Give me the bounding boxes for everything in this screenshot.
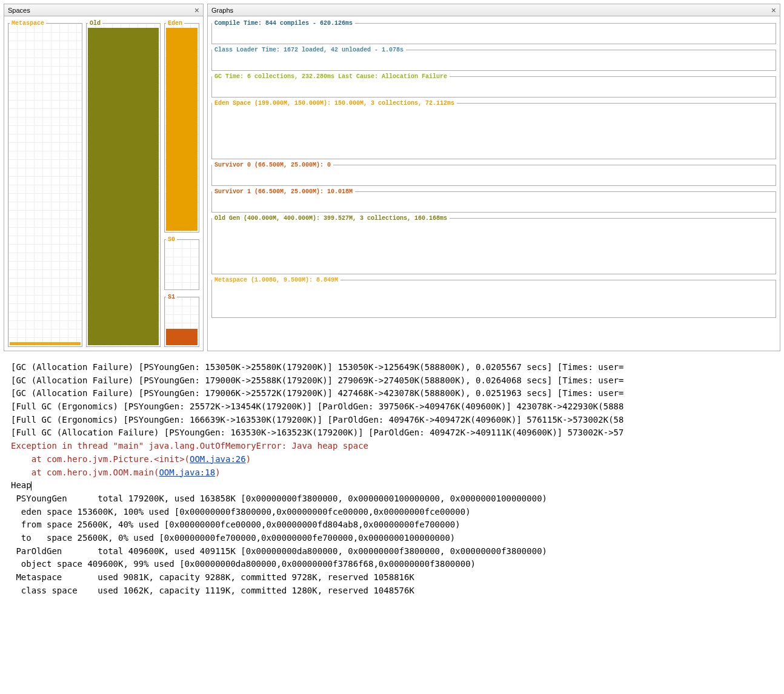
graphs-body: Compile Time: 844 compiles - 620.126msCl… (208, 16, 780, 322)
stacktrace-link[interactable]: OOM.java:18 (159, 468, 215, 477)
graph-metaspace: Metaspace (1.008G, 9.500M): 8.849M (211, 277, 776, 318)
graph-label-s1: Survivor 1 (66.500M, 25.000M): 10.018M (212, 188, 355, 195)
s1-box: S1 (164, 294, 199, 347)
s1-legend: S1 (166, 294, 177, 300)
console-output: [GC (Allocation Failure) [PSYoungGen: 15… (0, 355, 784, 603)
close-icon[interactable]: × (771, 5, 776, 15)
graph-gctime: GC Time: 6 collections, 232.280ms Last C… (211, 73, 776, 97)
s1-fill (166, 329, 198, 345)
graph-label-classloader: Class Loader Time: 1672 loaded, 42 unloa… (212, 47, 406, 53)
graph-label-oldgen: Old Gen (400.000M, 400.000M): 399.527M, … (212, 215, 450, 222)
graphs-title: Graphs (211, 7, 233, 14)
old-legend: Old (88, 20, 102, 27)
s0-legend: S0 (166, 236, 177, 243)
graph-classloader: Class Loader Time: 1672 loaded, 42 unloa… (211, 47, 776, 71)
graph-s0: Survivor 0 (66.500M, 25.000M): 0 (211, 162, 776, 186)
graphs-panel: Graphs × Compile Time: 844 compiles - 62… (207, 4, 780, 351)
old-fill (88, 28, 159, 345)
spaces-header[interactable]: Spaces × (4, 4, 203, 16)
eden-box: Eden (164, 20, 199, 233)
visualgc-top: Spaces × Metaspace Old Eden S0 (0, 0, 784, 355)
eden-fill (166, 28, 198, 231)
graph-label-eden: Eden Space (199.000M, 150.000M): 150.000… (212, 100, 457, 107)
spaces-panel: Spaces × Metaspace Old Eden S0 (4, 4, 204, 351)
graph-eden: Eden Space (199.000M, 150.000M): 150.000… (211, 100, 776, 159)
metaspace-legend: Metaspace (10, 20, 46, 27)
young-column: Eden S0 S1 (164, 20, 199, 347)
close-icon[interactable]: × (194, 5, 199, 15)
graph-label-metaspace: Metaspace (1.008G, 9.500M): 8.849M (212, 277, 341, 283)
eden-legend: Eden (166, 20, 184, 27)
graph-compile: Compile Time: 844 compiles - 620.126ms (211, 20, 776, 44)
graph-label-gctime: GC Time: 6 collections, 232.280ms Last C… (212, 73, 450, 80)
old-box: Old (86, 20, 161, 347)
graph-label-compile: Compile Time: 844 compiles - 620.126ms (212, 20, 355, 27)
metaspace-box: Metaspace (8, 20, 82, 347)
graphs-header[interactable]: Graphs × (208, 4, 780, 16)
graph-label-s0: Survivor 0 (66.500M, 25.000M): 0 (212, 162, 333, 168)
spaces-title: Spaces (8, 7, 30, 14)
metaspace-fill (10, 342, 81, 345)
spaces-body: Metaspace Old Eden S0 S1 (4, 16, 203, 351)
s0-box: S0 (164, 236, 199, 289)
graph-s1: Survivor 1 (66.500M, 25.000M): 10.018M (211, 188, 776, 213)
stacktrace-link[interactable]: OOM.java:26 (190, 454, 246, 464)
graph-oldgen: Old Gen (400.000M, 400.000M): 399.527M, … (211, 215, 776, 274)
